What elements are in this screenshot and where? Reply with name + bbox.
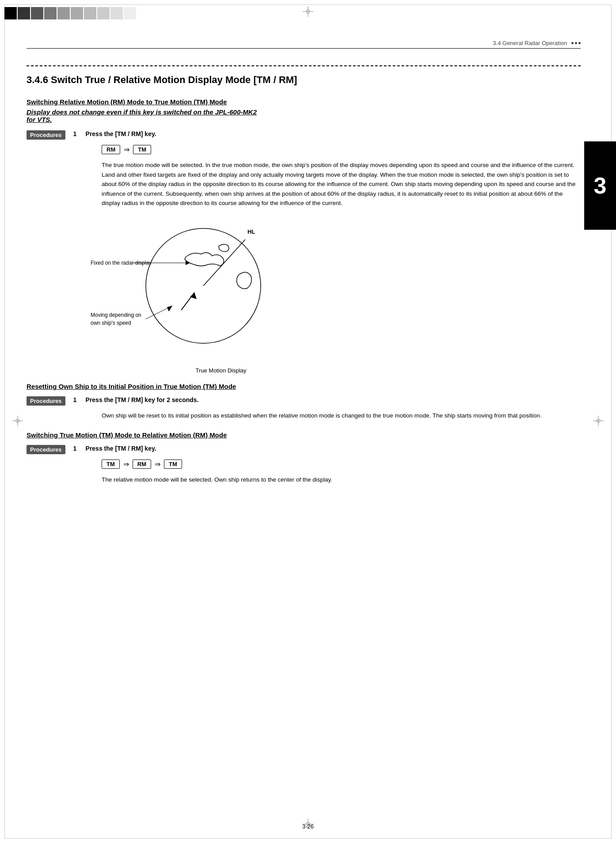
step-row-1: Procedures 1 Press the [TM / RM] key. bbox=[27, 130, 581, 140]
header-dots bbox=[571, 42, 581, 44]
key-rm-2: RM bbox=[133, 459, 151, 469]
body-text-2: Own ship will be reset to its initial po… bbox=[102, 411, 581, 421]
procedures-badge-2: Procedures bbox=[27, 396, 65, 406]
step-label-1: Press the [TM / RM] key. bbox=[86, 130, 156, 137]
page-number: 3-26 bbox=[302, 823, 314, 830]
arrow-3: ⇒ bbox=[155, 460, 160, 468]
own-ship-arrow bbox=[181, 292, 197, 310]
diagram-area: HL Fixed on the bbox=[53, 215, 354, 374]
section-heading: 3.4.6 Switch True / Relative Motion Disp… bbox=[27, 74, 581, 86]
svg-line-13 bbox=[203, 239, 245, 286]
step-label-3: Press the [TM / RM] key. bbox=[86, 445, 156, 452]
step-number-2: 1 bbox=[73, 396, 81, 403]
crosshair-left bbox=[12, 416, 23, 428]
key-rm: RM bbox=[102, 145, 120, 154]
step-row-3: Procedures 1 Press the [TM / RM] key. bbox=[27, 445, 581, 454]
body-text-1: The true motion mode will be selected. I… bbox=[102, 160, 581, 208]
section-label: 3.4 General Radar Operation bbox=[493, 40, 567, 46]
hl-label: HL bbox=[247, 228, 255, 235]
key-sequence-2: TM ⇒ RM ⇒ TM bbox=[102, 459, 581, 469]
square-2 bbox=[18, 7, 30, 19]
key-sequence-1: RM ⇒ TM bbox=[102, 145, 581, 154]
moving-label-1: Moving depending on bbox=[91, 312, 141, 318]
subsection-heading-italic-1: Display does not change even if this key… bbox=[27, 108, 581, 123]
dashed-rule bbox=[27, 65, 581, 66]
header-bar bbox=[4, 4, 136, 22]
main-content: 3.4.6 Switch True / Relative Motion Disp… bbox=[27, 57, 581, 491]
svg-marker-20 bbox=[167, 306, 172, 311]
header-section: 3.4 General Radar Operation bbox=[27, 40, 581, 49]
square-1 bbox=[4, 7, 17, 19]
diagram-caption: True Motion Display bbox=[88, 367, 354, 374]
square-5 bbox=[57, 7, 70, 19]
crosshair-top bbox=[303, 6, 313, 18]
dot-3 bbox=[578, 42, 581, 44]
header-rule-area: 3.4 General Radar Operation bbox=[27, 40, 581, 49]
step-number-3: 1 bbox=[73, 445, 81, 452]
square-10 bbox=[124, 7, 136, 19]
section-tab: 3 bbox=[584, 141, 616, 230]
subsection-heading-3: Switching True Motion (TM) Mode to Relat… bbox=[27, 431, 581, 439]
crosshair-right bbox=[593, 416, 604, 428]
step-number-1: 1 bbox=[73, 130, 81, 137]
procedures-badge-1: Procedures bbox=[27, 130, 65, 140]
square-4 bbox=[44, 7, 57, 19]
radar-diagram-svg: HL Fixed on the bbox=[88, 215, 300, 365]
body-text-3: The relative motion mode will be selecte… bbox=[102, 475, 581, 485]
svg-marker-18 bbox=[186, 261, 190, 265]
subsection-heading-1: Switching Relative Motion (RM) Mode to T… bbox=[27, 98, 581, 106]
fixed-label: Fixed on the radar display bbox=[91, 260, 152, 266]
square-6 bbox=[71, 7, 83, 19]
square-9 bbox=[110, 7, 123, 19]
moving-label-2: own ship's speed bbox=[91, 320, 131, 326]
subsection-heading-2: Resetting Own Ship to its Initial Positi… bbox=[27, 383, 581, 390]
subsection-tm-to-rm: Switching True Motion (TM) Mode to Relat… bbox=[27, 431, 581, 485]
dot-1 bbox=[571, 42, 574, 44]
square-7 bbox=[84, 7, 96, 19]
square-8 bbox=[97, 7, 110, 19]
square-3 bbox=[31, 7, 43, 19]
subsection-rm-to-tm: Switching Relative Motion (RM) Mode to T… bbox=[27, 98, 581, 374]
procedures-badge-3: Procedures bbox=[27, 445, 65, 454]
step-row-2: Procedures 1 Press the [TM / RM] key for… bbox=[27, 396, 581, 406]
key-tm-2: TM bbox=[102, 459, 120, 469]
step-label-2: Press the [TM / RM] key for 2 seconds. bbox=[86, 396, 199, 403]
dot-2 bbox=[575, 42, 577, 44]
arrow-2: ⇒ bbox=[123, 460, 129, 468]
header-squares bbox=[4, 7, 136, 19]
subsection-resetting: Resetting Own Ship to its Initial Positi… bbox=[27, 383, 581, 421]
key-tm-1: TM bbox=[133, 145, 151, 154]
arrow-1: ⇒ bbox=[124, 145, 129, 154]
key-tm-3: TM bbox=[164, 459, 182, 469]
